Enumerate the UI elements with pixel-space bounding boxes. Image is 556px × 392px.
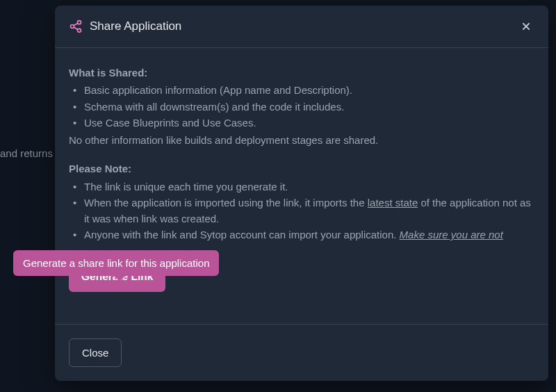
svg-point-1: [71, 25, 74, 28]
what-is-shared-heading: What is Shared:: [69, 65, 534, 81]
warning-emphasis: Make sure you are not: [400, 229, 503, 240]
modal-body: What is Shared: Basic application inform…: [55, 48, 548, 324]
please-note-heading: Please Note:: [69, 161, 534, 177]
close-icon: [521, 21, 532, 32]
note-text: When the application is imported using t…: [84, 197, 368, 209]
modal-title: Share Application: [90, 19, 518, 33]
please-note-list: The link is unique each time you generat…: [69, 179, 534, 243]
list-item: When the application is imported using t…: [69, 195, 534, 227]
app-backdrop: and returns Share Application: [0, 0, 556, 392]
svg-line-3: [74, 23, 78, 25]
list-item: Schema with all downstream(s) and the co…: [69, 99, 534, 115]
list-item: The link is unique each time you generat…: [69, 179, 534, 195]
modal-footer: Close: [55, 324, 548, 381]
list-item: Basic application information (App name …: [69, 82, 534, 98]
modal-header: Share Application: [55, 6, 548, 48]
close-icon-button[interactable]: [518, 18, 534, 35]
svg-point-2: [78, 28, 81, 32]
what-is-shared-list: Basic application information (App name …: [69, 82, 534, 131]
note-text: Anyone with the link and Sytop account c…: [84, 229, 400, 240]
background-truncated-text: and returns: [0, 147, 53, 159]
list-item: Use Case Blueprints and Use Cases.: [69, 115, 534, 131]
close-button[interactable]: Close: [69, 338, 122, 367]
generate-link-tooltip: Generate a share link for this applicati…: [13, 250, 219, 276]
share-application-modal: Share Application What is Shared: Basic …: [55, 6, 548, 381]
list-item: Anyone with the link and Sytop account c…: [69, 227, 534, 243]
svg-point-0: [78, 21, 81, 24]
share-icon: [69, 19, 83, 33]
latest-state-emphasis: latest state: [368, 197, 418, 209]
svg-line-4: [74, 27, 78, 29]
shared-footer-note: No other information like builds and dep…: [69, 132, 534, 148]
